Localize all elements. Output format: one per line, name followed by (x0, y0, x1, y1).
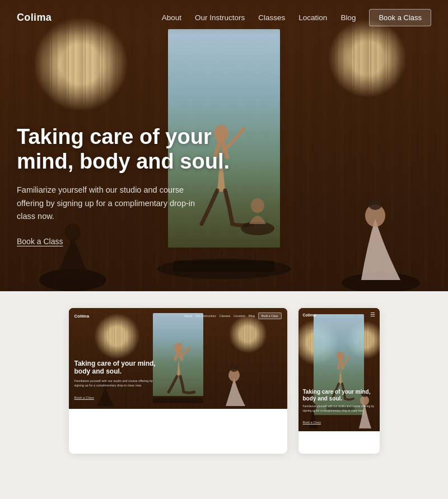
hero-heading: Taking care of your mind, body and soul. (17, 125, 230, 174)
mini-hero-desktop: Colima About Our Instructors Classes Loc… (69, 308, 287, 409)
mini-heading-mobile: Taking care of your mind, body and soul. (303, 389, 375, 402)
svg-rect-9 (174, 260, 274, 272)
previews-section: Colima About Our Instructors Classes Loc… (0, 291, 448, 470)
hero-book-link[interactable]: Book a Class (17, 237, 63, 246)
svg-rect-14 (153, 398, 203, 403)
mini-cta-mobile: Book a Class (303, 421, 321, 424)
nav-link-instructors[interactable]: Our Instructors (195, 13, 245, 22)
mini-nav-blog: Blog (249, 314, 255, 318)
mini-content-mobile: Taking care of your mind, body and soul.… (303, 389, 375, 426)
mini-nav-location: Location (234, 314, 245, 318)
mobile-preview-card: Colima ☰ Taking care of your mind, body … (298, 308, 380, 454)
svg-point-12 (230, 365, 238, 372)
mini-navbar-desktop: Colima About Our Instructors Classes Loc… (69, 308, 287, 324)
svg-point-18 (337, 352, 344, 361)
nav-link-classes[interactable]: Classes (258, 13, 285, 22)
mini-subtext-desktop: Familiarize yourself with our studio and… (74, 379, 158, 388)
site-logo[interactable]: Colima (17, 12, 52, 24)
mini-logo-mobile: Colima (303, 313, 316, 317)
mini-nav-instructors: Our Instructors (195, 314, 216, 318)
hero-section: Colima About Our Instructors Classes Loc… (0, 0, 448, 291)
mini-nav-classes: Classes (220, 314, 231, 318)
nav-book-button[interactable]: Book a Class (369, 9, 431, 26)
mini-nav-links-desktop: About Our Instructors Classes Location B… (184, 313, 282, 319)
mini-content-desktop: Taking care of your mind, body and soul.… (74, 360, 158, 401)
svg-point-13 (174, 343, 183, 353)
svg-point-7 (251, 198, 264, 213)
mini-heading-desktop: Taking care of your mind, body and soul. (74, 360, 158, 376)
mini-subtext-mobile: Familiarize yourself with our studio and… (303, 404, 375, 413)
main-navbar: Colima About Our Instructors Classes Loc… (0, 0, 448, 35)
nav-link-location[interactable]: Location (298, 13, 327, 22)
mini-navbar-mobile: Colima ☰ (298, 308, 380, 321)
mini-cta-desktop: Book a Class (74, 396, 94, 399)
mini-logo-desktop: Colima (74, 314, 90, 319)
nav-links-group: About Our Instructors Classes Location B… (162, 9, 431, 26)
hero-content: Taking care of your mind, body and soul.… (17, 125, 230, 246)
nav-link-blog[interactable]: Blog (340, 13, 356, 22)
svg-point-4 (368, 199, 382, 210)
hero-subtext: Familiarize yourself with our studio and… (17, 184, 207, 223)
mini-hero-mobile: Colima ☰ Taking care of your mind, body … (298, 308, 380, 431)
desktop-preview-card: Colima About Our Instructors Classes Loc… (69, 308, 287, 454)
nav-link-about[interactable]: About (162, 13, 181, 22)
mini-nav-about: About (184, 314, 192, 318)
mini-nav-cta-desktop: Book a Class (258, 313, 281, 319)
hamburger-icon-mobile: ☰ (370, 312, 375, 318)
